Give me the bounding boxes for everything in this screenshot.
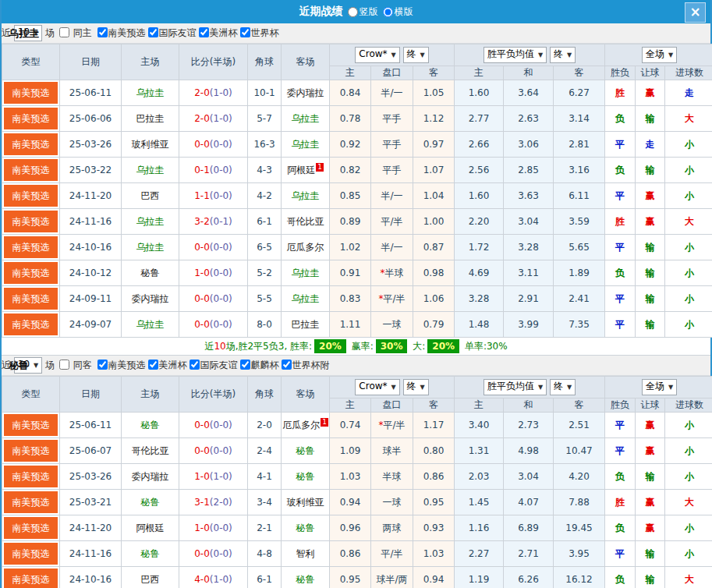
league-filter[interactable]: 国际友谊	[147, 27, 197, 38]
score-cell: 0-0(0-0)	[179, 235, 248, 260]
odds-home-cell: 0.92	[330, 132, 371, 158]
odds-away-cell: 1.00	[413, 209, 455, 235]
win-rate-label: 胜率:	[290, 341, 312, 352]
avg-draw-cell: 2.85	[504, 158, 554, 183]
match-type-badge: 南美预选	[4, 108, 58, 129]
league-filter[interactable]: 世界杯	[239, 27, 279, 38]
same-venue-filter[interactable]: 同客	[58, 360, 95, 370]
wdl-average-select[interactable]: 胜平负均值▼	[484, 47, 547, 63]
score-cell: 2-0(1-0)	[179, 80, 248, 106]
odds-company-select[interactable]: Crow*▼	[355, 379, 399, 395]
league-checkbox[interactable]	[97, 360, 108, 370]
full-match-select[interactable]: 全场▼	[642, 379, 677, 395]
avg-draw-cell: 6.89	[504, 515, 554, 541]
avg-away-cell: 7.35	[554, 312, 605, 338]
final-avg-select[interactable]: 终▼	[550, 379, 576, 395]
home-team-cell: 阿根廷	[122, 515, 179, 541]
odds-away-cell: 0.97	[413, 132, 455, 158]
league-checkbox[interactable]	[282, 360, 292, 370]
corner-cell: 6-5	[248, 235, 282, 260]
sub-avg-home: 主	[455, 398, 504, 413]
home-team-cell: 秘鲁	[122, 490, 179, 515]
league-filter[interactable]: 南美预选	[97, 360, 146, 370]
col-away: 客场	[282, 377, 330, 413]
final-odds-select[interactable]: 终▼	[403, 379, 429, 395]
date-cell: 25-06-11	[60, 80, 122, 106]
layout-horizontal-option[interactable]: 横版	[383, 5, 413, 19]
avg-away-cell: 6.27	[554, 80, 605, 106]
summary-prefix: 近	[204, 341, 214, 352]
vertical-radio[interactable]	[348, 7, 358, 17]
match-type-cell: 南美预选	[2, 312, 60, 338]
league-checkbox[interactable]	[148, 360, 158, 370]
match-type-cell: 南美预选	[2, 567, 60, 588]
score-cell: 0-0(0-0)	[179, 286, 248, 312]
score-cell: 0-1(0-0)	[179, 158, 248, 183]
league-filter[interactable]: 美洲杯	[198, 27, 238, 38]
league-filter[interactable]: 美洲杯	[147, 360, 187, 370]
odds-company-select[interactable]: Crow*▼	[355, 47, 399, 63]
score-cell: 0-0(0-0)	[179, 132, 248, 158]
match-type-cell: 南美预选	[2, 106, 60, 132]
full-match-select[interactable]: 全场▼	[642, 47, 677, 63]
popup-title: 近期战绩	[299, 5, 343, 19]
score-cell: 0-0(0-0)	[179, 413, 248, 438]
result-wdl-cell: 负	[605, 106, 636, 132]
avg-away-cell: 3.59	[554, 209, 605, 235]
corner-cell: 4-8	[248, 541, 282, 567]
league-checkbox[interactable]	[190, 360, 200, 370]
date-cell: 24-09-11	[60, 286, 122, 312]
avg-group: 胜平负均值▼ 终▼	[455, 44, 605, 66]
col-corner: 角球	[248, 44, 282, 80]
same-venue-filter[interactable]: 同主	[58, 27, 95, 38]
same-venue-label: 同主	[73, 27, 92, 38]
avg-draw-cell: 2.71	[504, 541, 554, 567]
avg-home-cell: 1.48	[455, 312, 504, 338]
odds-away-cell: 1.17	[413, 413, 455, 438]
sub-result-goals: 进球数	[665, 66, 712, 80]
league-checkbox[interactable]	[240, 27, 250, 37]
score-cell: 2-0(1-0)	[179, 106, 248, 132]
away-team-cell: 智利	[282, 541, 330, 567]
avg-group: 胜平负均值▼ 终▼	[455, 377, 605, 398]
home-team-cell: 巴西	[122, 567, 179, 588]
result-handicap-cell: 赢	[636, 413, 665, 438]
match-row: 南美预选24-11-20巴西1-1(0-0)4-2乌拉圭0.85半/一1.041…	[2, 183, 712, 209]
horizontal-radio[interactable]	[383, 7, 393, 17]
result-wdl-cell: 平	[605, 132, 636, 158]
league-filter[interactable]: 国际友谊	[189, 360, 238, 370]
score-cell: 3-1(2-0)	[179, 490, 248, 515]
red-card-badge: 1	[316, 163, 324, 172]
score-cell: 1-0(1-0)	[179, 464, 248, 490]
league-filter[interactable]: 世界杯附	[281, 360, 330, 370]
league-checkbox[interactable]	[97, 27, 108, 37]
avg-away-cell: 2.41	[554, 286, 605, 312]
result-handicap-cell: 赢	[636, 80, 665, 106]
layout-vertical-option[interactable]: 竖版	[348, 5, 378, 19]
odds-home-cell: 0.85	[330, 183, 371, 209]
result-goals-cell: 小	[665, 183, 712, 209]
single-rate-label: 单率:	[465, 341, 487, 352]
summary-count: 10	[214, 341, 225, 352]
chevron-down-icon: ▼	[420, 51, 425, 58]
team-name: 秘鲁	[9, 356, 29, 375]
same-venue-checkbox[interactable]	[59, 27, 69, 37]
league-filter[interactable]: 麒麟杯	[239, 360, 279, 370]
league-checkbox[interactable]	[199, 27, 209, 37]
final-avg-select[interactable]: 终▼	[550, 47, 576, 63]
league-checkbox[interactable]	[148, 27, 158, 37]
result-wdl-cell: 平	[605, 286, 636, 312]
match-type-badge: 南美预选	[4, 569, 58, 588]
away-team-cell: 厄瓜多尔	[282, 235, 330, 260]
match-type-badge: 南美预选	[4, 543, 58, 565]
same-venue-checkbox[interactable]	[59, 360, 69, 370]
league-checkbox[interactable]	[240, 360, 250, 370]
final-odds-select[interactable]: 终▼	[403, 47, 429, 63]
league-filter[interactable]: 南美预选	[97, 27, 146, 38]
result-goals-cell: 小	[665, 541, 712, 567]
corner-cell: 6-1	[248, 567, 282, 588]
result-handicap-cell: 赢	[636, 515, 665, 541]
close-icon[interactable]: ×	[685, 2, 706, 23]
corner-cell: 16-3	[248, 132, 282, 158]
wdl-average-select[interactable]: 胜平负均值▼	[484, 379, 547, 395]
